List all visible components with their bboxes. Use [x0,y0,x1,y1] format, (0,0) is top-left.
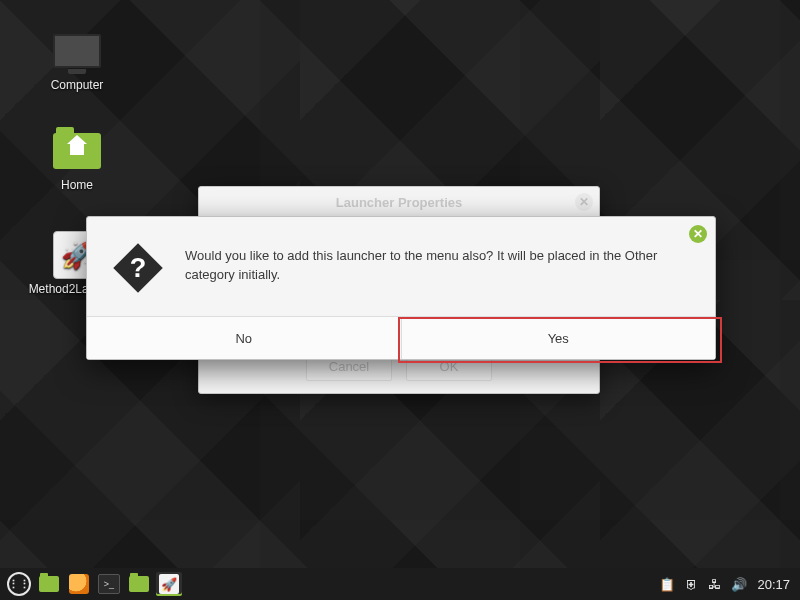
taskbar-files-open[interactable] [126,572,152,596]
question-icon: ? [111,241,165,295]
folder-icon [39,576,59,592]
tray-volume-icon[interactable]: 🔊 [731,577,747,592]
taskbar-launcher-app[interactable]: 🚀 [156,572,182,596]
taskbar-terminal[interactable]: >_ [96,572,122,596]
folder-icon [129,576,149,592]
no-button[interactable]: No [87,317,402,359]
firefox-icon [69,574,89,594]
desktop: Computer Home 🚀 Method2Launcher Launcher… [0,0,800,600]
close-icon[interactable]: ✕ [689,225,707,243]
desktop-icon-home[interactable]: Home [34,128,120,192]
taskbar-files[interactable] [36,572,62,596]
terminal-icon: >_ [98,574,120,594]
folder-home-icon [49,128,105,174]
rocket-icon: 🚀 [159,574,179,594]
monitor-icon [49,28,105,74]
mint-logo-icon: ⋮⋮ [7,572,31,596]
tray-network-icon[interactable]: 🖧 [708,577,721,592]
menu-button[interactable]: ⋮⋮ [6,572,32,596]
svg-text:?: ? [130,253,147,283]
confirm-dialog: ✕ ? Would you like to add this launcher … [86,216,716,360]
confirm-message: Would you like to add this launcher to t… [185,241,691,285]
yes-button[interactable]: Yes [402,317,716,359]
tray-shield-icon[interactable]: ⛨ [685,577,698,592]
taskbar[interactable]: ⋮⋮ >_ 🚀 📋 ⛨ 🖧 🔊 20:17 [0,568,800,600]
taskbar-firefox[interactable] [66,572,92,596]
desktop-icon-label: Computer [34,78,120,92]
desktop-icon-label: Home [34,178,120,192]
desktop-icon-computer[interactable]: Computer [34,28,120,92]
tray-clipboard-icon[interactable]: 📋 [659,577,675,592]
taskbar-clock[interactable]: 20:17 [757,577,790,592]
